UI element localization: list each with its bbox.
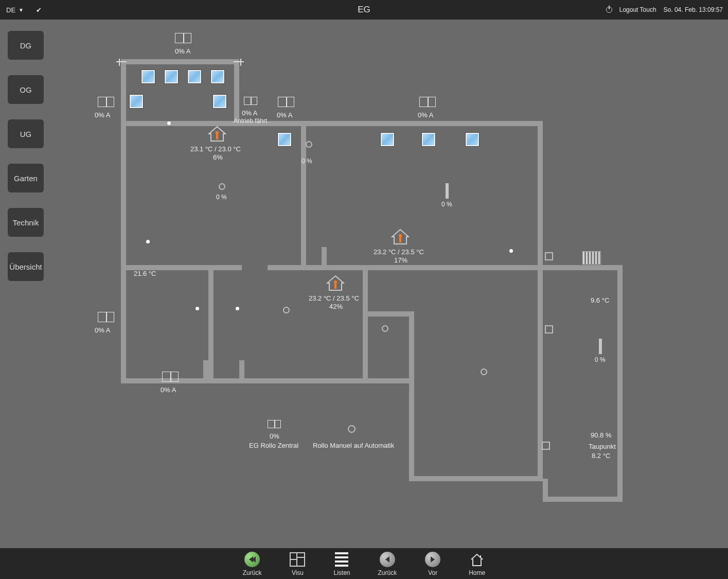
shutter-bottom[interactable]: [162, 372, 179, 382]
list-icon: [333, 551, 350, 568]
square-icon[interactable]: [542, 442, 550, 450]
sensor-ring[interactable]: [481, 369, 487, 375]
svg-point-2: [399, 234, 402, 237]
svg-rect-3: [399, 237, 401, 242]
climate-room3[interactable]: [326, 275, 345, 291]
climate-room1-temp: 23.1 °C / 23.0 °C: [190, 145, 241, 153]
sensor3-label: 0 %: [441, 201, 452, 208]
climate-room3-valve: 42%: [329, 303, 343, 310]
svg-point-0: [216, 131, 219, 134]
sensor-ring[interactable]: [306, 141, 312, 148]
bottom-forward[interactable]: Vor: [424, 551, 441, 576]
sensor4-label: 0 %: [595, 356, 606, 363]
datetime-label: So. 04. Feb. 13:09:57: [664, 6, 723, 13]
window-icon[interactable]: [213, 95, 226, 108]
window-icon[interactable]: [278, 133, 291, 146]
sensor2-label: 0 %: [301, 157, 312, 165]
climate-room2-temp: 23.2 °C / 23.5 °C: [374, 248, 424, 256]
shutter-top[interactable]: [175, 33, 191, 43]
power-icon[interactable]: [606, 7, 612, 13]
square-icon[interactable]: [545, 252, 553, 260]
bottom-listen[interactable]: Listen: [333, 551, 350, 576]
bottom-visu[interactable]: Visu: [289, 551, 306, 576]
rollo-zentral-value: 0%: [270, 432, 279, 440]
floorplan: 0% A 0% A 0% A Antrieb fährt 0% A 0% A 0…: [0, 21, 728, 548]
rollo-auto-button[interactable]: [348, 425, 356, 433]
shutter-left-upper[interactable]: [98, 97, 114, 107]
sensor-ring[interactable]: [382, 325, 388, 332]
shutter-bottom-status: 0% A: [161, 386, 176, 394]
page-title: EG: [358, 5, 370, 15]
light-dot[interactable]: [509, 249, 513, 253]
shutter-right-top-status: 0% A: [418, 111, 433, 119]
bottom-back[interactable]: Zurück: [378, 551, 397, 576]
bottom-back-double[interactable]: Zurück: [243, 551, 262, 576]
language-label: DE: [6, 6, 15, 14]
floor-temp: 21.6 °C: [134, 270, 156, 277]
light-dot[interactable]: [146, 240, 150, 243]
chevron-down-icon: ▼: [19, 7, 24, 13]
svg-rect-1: [216, 134, 218, 139]
shutter-left-lower[interactable]: [98, 312, 114, 322]
outside-temp: 9.6 °C: [591, 296, 609, 304]
shutter-left-lower-status: 0% A: [95, 326, 110, 334]
dewpoint-value: 8.2 °C: [592, 452, 610, 460]
window-icon[interactable]: [381, 133, 394, 146]
window-icon[interactable]: [466, 133, 479, 146]
door-icon[interactable]: [599, 339, 602, 354]
shutter-right-top[interactable]: [419, 97, 436, 107]
rollo-zentral-label: EG Rollo Zentral: [249, 442, 298, 449]
climate-room2-valve: 17%: [394, 256, 407, 264]
shutter-mid-small-status: 0% A: [242, 109, 257, 117]
window-icon[interactable]: [165, 70, 178, 83]
light-dot[interactable]: [196, 307, 199, 310]
rollo-auto-label: Rollo Manuel auf Automatik: [313, 442, 394, 449]
light-dot[interactable]: [236, 307, 239, 310]
sensor-ring[interactable]: [283, 307, 290, 313]
door-icon[interactable]: [446, 183, 449, 199]
shutter-mid-small-extra: Antrieb fährt: [234, 117, 267, 125]
window-icon[interactable]: [422, 133, 435, 146]
shutter-mid2-status: 0% A: [277, 111, 292, 119]
climate-room1-valve: 6%: [213, 153, 223, 161]
humidity-value: 90.8 %: [591, 431, 611, 439]
bottombar: Zurück Visu Listen Zurück Vor Home: [0, 548, 728, 579]
window-icon[interactable]: [130, 95, 143, 108]
rollo-zentral-icon[interactable]: [268, 420, 281, 428]
light-dot[interactable]: [167, 121, 171, 125]
square-icon[interactable]: [545, 325, 553, 334]
svg-rect-5: [334, 284, 336, 289]
floorplan-icon: [289, 551, 306, 568]
bottom-home[interactable]: Home: [469, 551, 485, 576]
language-selector[interactable]: DE ▼: [0, 6, 30, 14]
climate-room1[interactable]: [208, 126, 226, 142]
sensor1-label: 0 %: [216, 194, 227, 201]
window-icon[interactable]: [141, 70, 155, 83]
window-icon[interactable]: [188, 70, 201, 83]
radiator-icon[interactable]: [582, 251, 601, 265]
shutter-mid-small[interactable]: [244, 97, 257, 105]
check-icon: ✔: [36, 6, 42, 14]
shutter-mid2[interactable]: [278, 97, 294, 107]
window-icon[interactable]: [211, 70, 224, 83]
topbar: DE ▼ ✔ EG Logout Touch So. 04. Feb. 13:0…: [0, 0, 728, 20]
sensor-ring[interactable]: [219, 183, 225, 190]
climate-room3-temp: 23.2 °C / 23.5 °C: [309, 294, 359, 302]
dewpoint-label: Taupunkt: [589, 443, 616, 450]
svg-point-4: [334, 280, 337, 284]
confirm-button[interactable]: ✔: [30, 6, 48, 14]
climate-room2[interactable]: [391, 229, 410, 245]
logout-button[interactable]: Logout Touch: [619, 6, 656, 13]
home-icon: [469, 551, 485, 568]
shutter-left-upper-status: 0% A: [95, 111, 110, 119]
shutter-top-status: 0% A: [175, 47, 190, 55]
